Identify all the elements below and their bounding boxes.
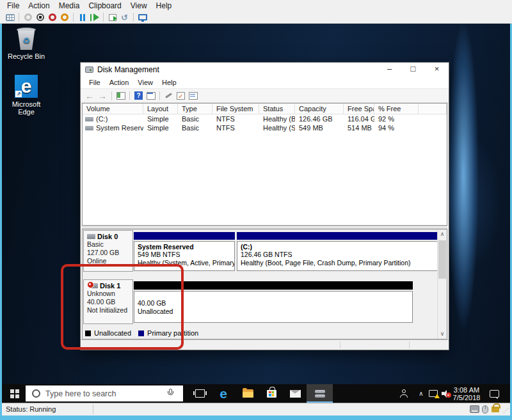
- action-center-button[interactable]: [484, 384, 504, 403]
- volume-row-system-reserved[interactable]: System Reserved Simple Basic NTFS Health…: [83, 123, 447, 132]
- console-tree-icon[interactable]: [116, 91, 125, 100]
- scroll-up-icon[interactable]: ∧: [438, 229, 447, 239]
- start-button[interactable]: [6, 384, 24, 403]
- cortana-icon: [32, 389, 40, 398]
- people-icon: [400, 389, 408, 398]
- vm-menu-view[interactable]: View: [126, 1, 152, 10]
- speaker-muted-icon: ×: [442, 389, 451, 398]
- action-pane-icon[interactable]: [164, 91, 173, 100]
- show-hide-console-icon[interactable]: [146, 91, 156, 100]
- vm-menu-action[interactable]: Action: [24, 1, 54, 10]
- col-capacity[interactable]: Capacity: [295, 104, 344, 114]
- resize-grip[interactable]: ⋰: [503, 407, 509, 414]
- vmconnect-statusbar: Status: Running ⋰: [2, 403, 510, 416]
- vm-menu-file[interactable]: File: [3, 1, 24, 10]
- toolbar-separator: [19, 13, 19, 22]
- statusbar-divider: [340, 341, 340, 348]
- revert-icon[interactable]: ↺: [119, 13, 130, 22]
- disk-management-app-icon: [85, 66, 93, 73]
- volume-row-c[interactable]: (C:) Simple Basic NTFS Healthy (B... 126…: [83, 114, 447, 123]
- ctrl-alt-del-icon[interactable]: [4, 13, 15, 22]
- task-view-button[interactable]: [189, 384, 210, 403]
- network-tray-button[interactable]: [426, 384, 440, 403]
- disk-icon: [87, 234, 95, 239]
- dm-menu-view[interactable]: View: [133, 79, 157, 86]
- tray-show-hidden-button[interactable]: ∧: [415, 384, 428, 403]
- minimize-button[interactable]: –: [378, 63, 401, 77]
- close-button[interactable]: ×: [425, 63, 449, 77]
- disk-management-taskbar-button[interactable]: [307, 384, 333, 403]
- turn-off-icon[interactable]: [35, 13, 45, 22]
- window-border-left: [0, 24, 2, 420]
- file-explorer-button[interactable]: [237, 384, 258, 403]
- scroll-down-icon[interactable]: ∨: [438, 329, 447, 339]
- back-icon[interactable]: ←: [83, 91, 96, 100]
- annotation-highlight-disk1: [61, 264, 184, 350]
- shut-down-icon[interactable]: [47, 13, 58, 22]
- taskbar-edge-button[interactable]: e: [213, 384, 234, 403]
- checkpoint-icon[interactable]: [107, 13, 118, 22]
- desktop-icon-microsoft-edge[interactable]: e ↗ Microsoft Edge: [5, 75, 47, 116]
- power-icon[interactable]: [22, 13, 33, 22]
- capture-keyboard-icon: [470, 405, 479, 413]
- edge-label-line2: Edge: [5, 108, 47, 116]
- people-button[interactable]: [396, 384, 412, 403]
- edge-icon: e ↗: [15, 75, 38, 98]
- dm-title-bar[interactable]: Disk Management – □ ×: [81, 63, 449, 77]
- dm-menu-help[interactable]: Help: [157, 79, 181, 86]
- volume-icon: [85, 117, 93, 121]
- dm-menu-file[interactable]: File: [84, 79, 105, 86]
- toolbar-separator: [159, 91, 160, 100]
- col-file-system[interactable]: File System: [212, 104, 259, 114]
- toolbar-separator: [129, 91, 130, 100]
- disk0-partition1-bar: [134, 232, 235, 240]
- toolbar-separator: [73, 13, 74, 22]
- scrollbar-thumb[interactable]: [438, 240, 446, 279]
- vm-menu-clipboard[interactable]: Clipboard: [84, 1, 125, 10]
- resume-icon[interactable]: [89, 13, 100, 22]
- col-layout[interactable]: Layout: [143, 104, 178, 114]
- microphone-icon[interactable]: [166, 389, 175, 399]
- forward-icon[interactable]: →: [96, 91, 109, 100]
- toolbar-separator: [133, 13, 134, 22]
- vm-menu-media[interactable]: Media: [54, 1, 84, 10]
- disk0-partition2-bar: [237, 232, 440, 240]
- dm-menubar: File Action View Help: [81, 77, 449, 88]
- save-state-icon[interactable]: [59, 13, 70, 22]
- vm-status-text: Status: Running: [6, 405, 56, 413]
- vm-menu-help[interactable]: Help: [152, 1, 177, 10]
- clock-tray[interactable]: 3:08 AM7/5/2018: [451, 384, 482, 403]
- chevron-up-icon: ∧: [419, 390, 423, 397]
- mail-icon: [290, 390, 301, 398]
- taskbar: Type here to search e ∧ × 3:08 AM7/5/201…: [2, 384, 510, 403]
- disk0-partition2-c-drive[interactable]: (C:) 126.46 GB NTFS Healthy (Boot, Page …: [237, 241, 440, 271]
- taskbar-search-input[interactable]: Type here to search: [26, 385, 183, 401]
- edge-label-line1: Microsoft: [5, 100, 47, 108]
- capture-mouse-icon: [482, 405, 488, 414]
- graphical-view-scrollbar[interactable]: ∧ ∨: [437, 229, 447, 339]
- desktop-icon-recycle-bin[interactable]: ♻ Recycle Bin: [5, 27, 47, 60]
- col-pct-free[interactable]: % Free: [374, 104, 419, 114]
- maximize-button[interactable]: □: [401, 63, 425, 77]
- col-status[interactable]: Status: [259, 104, 295, 114]
- col-type[interactable]: Type: [178, 104, 212, 114]
- col-empty: [419, 104, 447, 114]
- store-button[interactable]: [261, 384, 282, 403]
- toolbar-separator: [103, 13, 104, 22]
- enhanced-session-icon[interactable]: [137, 13, 148, 22]
- network-icon: [429, 390, 438, 397]
- properties-list-icon[interactable]: [188, 91, 198, 100]
- help-icon[interactable]: ?: [134, 91, 143, 100]
- volume-list-header[interactable]: Volume Layout Type File System Status Ca…: [83, 104, 447, 114]
- pause-icon[interactable]: [77, 13, 88, 22]
- col-free-space[interactable]: Free Spa...: [344, 104, 374, 114]
- tray-time: 3:08 AM: [454, 386, 479, 394]
- dm-menu-action[interactable]: Action: [105, 79, 134, 86]
- refresh-check-icon[interactable]: ✓: [176, 91, 186, 100]
- disk-management-icon: [315, 390, 325, 398]
- recycle-bin-label: Recycle Bin: [5, 52, 47, 60]
- mail-button[interactable]: [285, 384, 305, 403]
- col-volume[interactable]: Volume: [83, 104, 143, 114]
- statusbar-divider: [409, 341, 410, 348]
- window-border-bottom: [0, 416, 512, 420]
